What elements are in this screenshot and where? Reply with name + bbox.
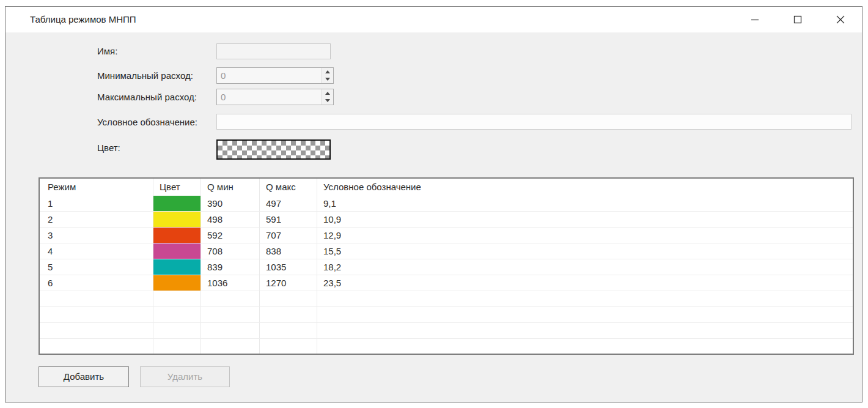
color-cell bbox=[153, 291, 201, 306]
empty-table-row[interactable] bbox=[40, 323, 853, 339]
mode-color-swatch bbox=[153, 243, 200, 259]
table-row[interactable]: 13904979,1 bbox=[40, 196, 853, 212]
delete-button[interactable]: Удалить bbox=[140, 366, 230, 387]
arrow-down-icon bbox=[325, 78, 330, 81]
arrow-up-icon bbox=[325, 70, 330, 73]
q-max-cell bbox=[260, 339, 317, 354]
table-row[interactable]: 249859110,9 bbox=[40, 212, 853, 228]
column-header[interactable]: Условное обозначение bbox=[317, 179, 853, 196]
color-label: Цвет: bbox=[97, 140, 120, 156]
max-flow-stepper[interactable]: 0 bbox=[216, 89, 334, 105]
symbol-input[interactable] bbox=[216, 114, 851, 130]
mode-cell: 6 bbox=[40, 275, 153, 291]
q-max-cell: 838 bbox=[260, 243, 317, 259]
column-header[interactable]: Q макс bbox=[260, 179, 317, 196]
symbol-cell: 12,9 bbox=[317, 228, 853, 243]
symbol-cell bbox=[317, 339, 853, 354]
q-min-cell bbox=[201, 339, 260, 354]
symbol-cell bbox=[317, 307, 853, 322]
add-button[interactable]: Добавить bbox=[39, 366, 129, 387]
max-flow-value: 0 bbox=[217, 89, 322, 105]
mode-color-swatch bbox=[153, 212, 200, 227]
q-max-cell: 497 bbox=[260, 196, 317, 211]
symbol-cell: 9,1 bbox=[317, 196, 853, 211]
name-input[interactable] bbox=[216, 43, 331, 59]
maximize-button[interactable] bbox=[776, 7, 819, 32]
color-swatch[interactable] bbox=[216, 139, 331, 160]
table-header-row: РежимЦветQ минQ максУсловное обозначение bbox=[40, 179, 853, 196]
table-row[interactable]: 5839103518,2 bbox=[40, 259, 853, 275]
min-flow-down-button[interactable] bbox=[322, 76, 333, 84]
symbol-cell: 15,5 bbox=[317, 243, 853, 259]
dialog-body: Имя: Минимальный расход: Максимальный ра… bbox=[6, 32, 862, 402]
mode-cell: 1 bbox=[40, 196, 153, 211]
modes-dialog: Таблица режимов МНПП Имя: Минимальный ра… bbox=[5, 6, 862, 402]
color-cell bbox=[153, 196, 201, 211]
max-flow-label: Максимальный расход: bbox=[97, 89, 197, 105]
minimize-icon bbox=[751, 15, 759, 24]
symbol-cell bbox=[317, 323, 853, 338]
q-min-cell: 592 bbox=[201, 228, 260, 243]
mode-color-swatch bbox=[153, 228, 200, 243]
empty-table-row[interactable] bbox=[40, 307, 853, 323]
close-button[interactable] bbox=[819, 7, 862, 32]
column-header[interactable]: Q мин bbox=[201, 179, 260, 196]
table-row[interactable]: 470883815,5 bbox=[40, 243, 853, 259]
q-min-cell bbox=[201, 323, 260, 338]
color-cell bbox=[153, 275, 201, 291]
arrow-down-icon bbox=[325, 99, 330, 102]
symbol-cell: 18,2 bbox=[317, 259, 853, 275]
max-flow-down-button[interactable] bbox=[322, 97, 333, 105]
empty-table-row[interactable] bbox=[40, 291, 853, 307]
mode-cell bbox=[40, 291, 153, 306]
column-header[interactable]: Режим bbox=[40, 179, 153, 196]
name-label: Имя: bbox=[97, 43, 117, 59]
color-cell bbox=[153, 323, 201, 338]
title-bar: Таблица режимов МНПП bbox=[6, 7, 862, 32]
min-flow-stepper[interactable]: 0 bbox=[216, 67, 334, 84]
color-cell bbox=[153, 228, 201, 243]
symbol-cell bbox=[317, 291, 853, 306]
mode-color-swatch bbox=[153, 275, 200, 291]
q-min-cell: 1036 bbox=[201, 275, 260, 291]
mode-color-swatch bbox=[153, 259, 200, 275]
empty-table-row[interactable] bbox=[40, 339, 853, 355]
color-cell bbox=[153, 307, 201, 322]
q-min-cell bbox=[201, 291, 260, 306]
mode-cell: 5 bbox=[40, 259, 153, 275]
min-flow-up-button[interactable] bbox=[322, 68, 333, 76]
mode-cell: 3 bbox=[40, 228, 153, 243]
table-row[interactable]: 359270712,9 bbox=[40, 228, 853, 243]
symbol-cell: 10,9 bbox=[317, 212, 853, 227]
column-header[interactable]: Цвет bbox=[153, 179, 201, 196]
maximize-icon bbox=[793, 15, 802, 24]
modes-table-body: 13904979,1249859110,9359270712,947088381… bbox=[40, 196, 853, 355]
close-icon bbox=[836, 15, 845, 24]
q-max-cell: 1035 bbox=[260, 259, 317, 275]
q-min-cell bbox=[201, 307, 260, 322]
q-max-cell: 1270 bbox=[260, 275, 317, 291]
max-flow-spin-buttons bbox=[322, 89, 333, 105]
color-cell bbox=[153, 212, 201, 227]
q-max-cell: 591 bbox=[260, 212, 317, 227]
q-min-cell: 390 bbox=[201, 196, 260, 211]
mode-cell bbox=[40, 339, 153, 354]
symbol-cell: 23,5 bbox=[317, 275, 853, 291]
min-flow-label: Минимальный расход: bbox=[97, 68, 193, 84]
q-max-cell bbox=[260, 291, 317, 306]
mode-cell bbox=[40, 323, 153, 338]
min-flow-spin-buttons bbox=[322, 68, 333, 83]
color-cell bbox=[153, 339, 201, 354]
mode-color-swatch bbox=[153, 196, 200, 211]
q-max-cell: 707 bbox=[260, 228, 317, 243]
minimize-button[interactable] bbox=[734, 7, 776, 32]
mode-cell: 4 bbox=[40, 243, 153, 259]
symbol-label: Условное обозначение: bbox=[97, 114, 197, 130]
min-flow-value: 0 bbox=[217, 68, 322, 83]
q-max-cell bbox=[260, 323, 317, 338]
max-flow-up-button[interactable] bbox=[322, 89, 333, 97]
mode-cell: 2 bbox=[40, 212, 153, 227]
q-min-cell: 708 bbox=[201, 243, 260, 259]
modes-table: РежимЦветQ минQ максУсловное обозначение… bbox=[39, 177, 854, 355]
table-row[interactable]: 61036127023,5 bbox=[40, 275, 853, 291]
